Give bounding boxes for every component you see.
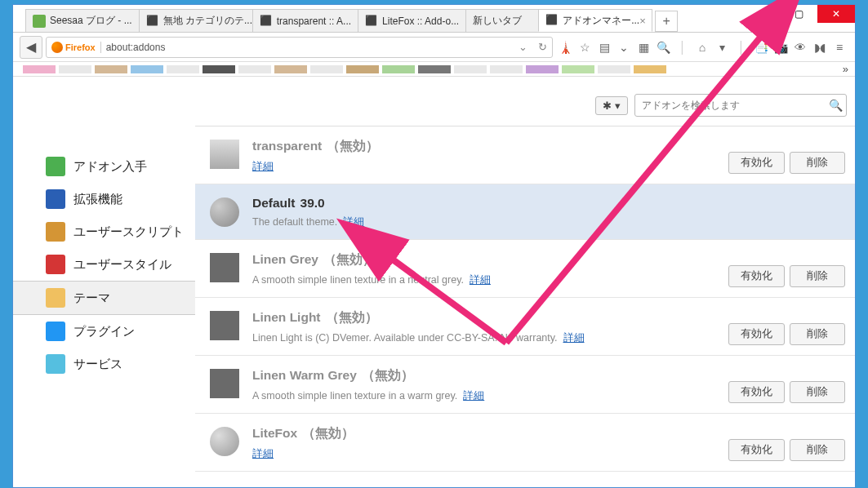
theme-info: LiteFox（無効）詳細 [252, 425, 728, 461]
theme-item[interactable]: Default39.0The default theme. 詳細 [195, 184, 855, 240]
details-link[interactable]: 詳細 [563, 332, 585, 344]
bookmark-7[interactable] [274, 65, 307, 73]
category-sidebar: アドオン入手拡張機能ユーザースクリプトユーザースタイルテーマプラグインサービス [13, 77, 195, 487]
bookmark-17[interactable] [634, 65, 666, 73]
book2-icon[interactable]: 📑 [752, 38, 770, 56]
bookmark-10[interactable] [382, 65, 415, 73]
details-link[interactable]: 詳細 [470, 274, 491, 286]
addon-search-box[interactable]: 🔍 [634, 94, 847, 117]
category-st[interactable]: ユーザースタイル [13, 248, 195, 281]
category-ext[interactable]: 拡張機能 [13, 183, 195, 215]
remove-button[interactable]: 削除 [790, 152, 845, 174]
bookmark-1[interactable] [59, 65, 91, 73]
tab-close-icon[interactable]: × [639, 15, 646, 27]
theme-thumbnail [210, 369, 239, 398]
enable-button[interactable]: 有効化 [728, 265, 785, 287]
bookmark-12[interactable] [454, 65, 487, 73]
book-icon[interactable]: ▤ [595, 38, 613, 56]
tab-4[interactable]: 新しいタブ [465, 9, 539, 32]
details-link[interactable]: 詳細 [463, 390, 484, 401]
new-tab-button[interactable]: + [655, 11, 678, 32]
star-icon[interactable]: ☆ [576, 38, 594, 56]
remove-button[interactable]: 削除 [790, 323, 845, 345]
home-icon[interactable]: ⌂ [693, 38, 711, 56]
bookmark-6[interactable] [238, 65, 271, 73]
remove-button[interactable]: 削除 [790, 381, 845, 403]
theme-description: A smooth simple linen texture in a neutr… [252, 273, 728, 287]
category-icon [46, 222, 65, 242]
bookmark-14[interactable] [526, 65, 559, 73]
puzzle-icon: ⬛ [365, 15, 378, 28]
mask-icon[interactable]: ◗◖ [811, 38, 829, 56]
theme-status: （無効） [326, 309, 378, 326]
grid-icon[interactable]: ▦ [634, 38, 652, 56]
bookmark-3[interactable] [131, 65, 163, 73]
addon-search-input[interactable] [635, 100, 825, 111]
bookmark-8[interactable] [310, 65, 343, 73]
theme-info: Default39.0The default theme. 詳細 [252, 196, 845, 229]
enable-button[interactable]: 有効化 [728, 381, 785, 403]
bookmark-13[interactable] [490, 65, 523, 73]
tab-3[interactable]: ⬛LiteFox :: Add-o... [358, 9, 466, 32]
theme-buttons: 有効化削除 [728, 425, 845, 461]
puzzle-icon: ⬛ [260, 15, 273, 28]
category-sv[interactable]: サービス [13, 348, 195, 380]
category-icon [46, 189, 65, 209]
back-button[interactable]: ◀ [20, 36, 42, 59]
theme-item[interactable]: Linen Warm Grey（無効）A smooth simple linen… [195, 356, 855, 414]
minimize-button[interactable]: — [742, 5, 780, 23]
bookmark-4[interactable] [167, 65, 199, 73]
theme-item[interactable]: transparent（無効）詳細有効化削除 [195, 126, 855, 184]
remove-button[interactable]: 削除 [790, 439, 845, 461]
enable-button[interactable]: 有効化 [728, 152, 785, 174]
category-pl[interactable]: プラグイン [13, 315, 195, 348]
search-icon[interactable]: 🔍 [825, 99, 846, 112]
details-link[interactable]: 詳細 [343, 216, 364, 228]
category-label: 拡張機能 [73, 192, 122, 207]
bookmark-16[interactable] [598, 65, 630, 73]
theme-buttons: 有効化削除 [728, 251, 845, 287]
close-button[interactable]: ✕ [817, 5, 855, 23]
bookmark-2[interactable] [95, 65, 127, 73]
bookmarks-overflow-icon[interactable]: » [843, 63, 848, 75]
camera-icon[interactable]: 📷 [772, 38, 790, 56]
bookmark-5[interactable] [203, 65, 235, 73]
sep-icon: │ [732, 38, 750, 56]
tab-1[interactable]: ⬛無地 カテゴリのテ... [139, 9, 253, 32]
rss-icon[interactable]: 🗼 [556, 38, 574, 56]
enable-button[interactable]: 有効化 [728, 439, 785, 461]
bookmark-0[interactable] [23, 65, 56, 73]
find-icon[interactable]: 🔍 [654, 38, 672, 56]
category-us[interactable]: ユーザースクリプト [13, 215, 195, 248]
maximize-button[interactable]: ▢ [780, 5, 817, 23]
category-th[interactable]: テーマ [13, 281, 195, 315]
bookmark-11[interactable] [418, 65, 451, 73]
details-link[interactable]: 詳細 [252, 161, 274, 172]
theme-status: （無効） [327, 138, 379, 155]
pocket-icon[interactable]: ⌄ [615, 38, 633, 56]
enable-button[interactable]: 有効化 [728, 323, 785, 345]
reload-icon[interactable]: ↻ [532, 41, 552, 53]
theme-info: transparent（無効）詳細 [252, 138, 728, 174]
theme-info: Linen Warm Grey（無効）A smooth simple linen… [252, 367, 728, 403]
bookmark-15[interactable] [562, 65, 594, 73]
theme-item[interactable]: Linen Light（無効）Linen Light is (C) DVemer… [195, 298, 855, 356]
tab-strip: Seesaa ブログ - ...⬛無地 カテゴリのテ...⬛transparen… [13, 5, 855, 33]
dropmarker-icon[interactable]: ⌄ [513, 41, 532, 53]
category-get[interactable]: アドオン入手 [13, 150, 195, 183]
bookmark-9[interactable] [346, 65, 379, 73]
tools-menu-button[interactable]: ✱ ▾ [595, 96, 628, 115]
tab-2[interactable]: ⬛transparent :: A... [252, 9, 358, 32]
tab-5[interactable]: ⬛アドオンマネー...× [538, 9, 652, 32]
theme-item[interactable]: Linen Grey（無効）A smooth simple linen text… [195, 240, 855, 298]
url-bar[interactable]: Firefox ⌄ ↻ [46, 37, 553, 58]
url-input[interactable] [101, 42, 513, 53]
menu-icon[interactable]: ≡ [830, 38, 848, 56]
theme-status: （無効） [323, 251, 376, 268]
eye-icon[interactable]: 👁 [791, 38, 809, 56]
down-icon[interactable]: ▾ [713, 38, 731, 56]
tab-0[interactable]: Seesaa ブログ - ... [25, 9, 140, 32]
theme-item[interactable]: LiteFox（無効）詳細有効化削除 [195, 414, 855, 472]
details-link[interactable]: 詳細 [252, 448, 274, 459]
remove-button[interactable]: 削除 [790, 265, 845, 287]
